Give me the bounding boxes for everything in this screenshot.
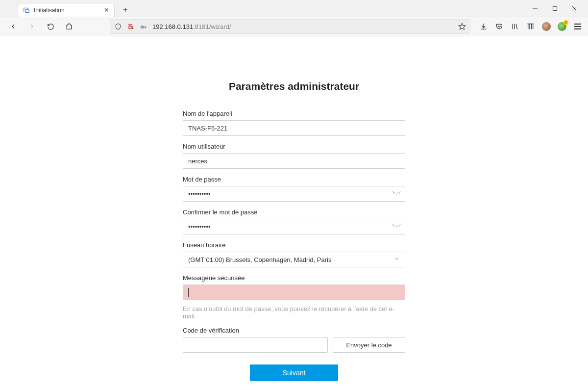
timezone-value: (GMT 01:00) Brussels, Copenhagen, Madrid… — [188, 256, 331, 263]
forward-button[interactable] — [24, 19, 39, 34]
extension-avatar-icon[interactable] — [558, 22, 566, 31]
svg-point-8 — [141, 26, 144, 28]
profile-avatar-icon[interactable] — [542, 22, 551, 31]
key-icon[interactable] — [140, 23, 147, 30]
password-input[interactable] — [183, 186, 405, 202]
device-name-label: Nom de l'appareil — [183, 110, 405, 117]
close-icon[interactable]: ✕ — [104, 6, 109, 14]
verification-code-input[interactable] — [183, 337, 328, 353]
svg-line-18 — [393, 193, 394, 194]
svg-line-21 — [393, 226, 394, 227]
maximize-button[interactable] — [545, 0, 564, 16]
page-content: Paramètres administrateur Nom de l'appar… — [0, 36, 588, 390]
verification-code-label: Code de vérification — [183, 327, 405, 334]
send-code-button[interactable]: Envoyer le code — [333, 337, 405, 353]
chevron-down-icon — [394, 256, 400, 263]
verification-code-field: Code de vérification Envoyer le code — [183, 327, 405, 353]
star-icon[interactable] — [458, 23, 466, 30]
device-name-field: Nom de l'appareil — [183, 110, 405, 136]
eye-icon[interactable] — [392, 189, 401, 198]
secure-email-label: Messagerie sécurisée — [183, 274, 405, 282]
text-cursor — [188, 288, 189, 297]
username-label: Nom utilisateur — [183, 143, 405, 150]
grid-icon[interactable] — [526, 22, 535, 31]
admin-settings-form: Nom de l'appareil Nom utilisateur Mot de… — [183, 110, 405, 353]
tab-title: Initialisation — [34, 7, 100, 14]
confirm-password-input[interactable] — [183, 219, 405, 234]
device-name-input[interactable] — [183, 120, 405, 136]
svg-line-12 — [516, 24, 517, 29]
footer: Suivant — [0, 364, 588, 381]
address-bar[interactable]: 192.168.0.131:8181/wizard/ — [110, 19, 470, 34]
menu-icon[interactable] — [573, 22, 582, 31]
tab-favicon-icon — [23, 7, 30, 14]
secure-email-input[interactable] — [183, 285, 405, 300]
new-tab-button[interactable]: + — [119, 3, 132, 17]
secure-email-hint: En cas d'oubli du mot de passe, vous pou… — [183, 305, 405, 320]
minimize-button[interactable] — [525, 0, 545, 16]
username-input[interactable] — [183, 153, 405, 169]
timezone-field: Fuseau horaire (GMT 01:00) Brussels, Cop… — [183, 241, 405, 267]
svg-marker-9 — [459, 23, 465, 29]
lock-slash-icon[interactable] — [127, 23, 135, 30]
download-icon[interactable] — [479, 22, 488, 31]
svg-line-23 — [399, 226, 399, 227]
navigation-toolbar: 192.168.0.131:8181/wizard/ — [0, 17, 588, 36]
eye-icon[interactable] — [392, 222, 401, 231]
toolbar-right-icons — [479, 22, 582, 31]
page-title: Paramètres administrateur — [0, 80, 588, 92]
library-icon[interactable] — [511, 22, 519, 31]
url-text: 192.168.0.131:8181/wizard/ — [152, 23, 453, 30]
browser-tab[interactable]: Initialisation ✕ — [18, 3, 115, 17]
confirm-password-label: Confirmer le mot de passe — [183, 208, 405, 216]
confirm-password-field: Confirmer le mot de passe — [183, 208, 405, 234]
svg-line-20 — [399, 193, 399, 194]
close-window-button[interactable] — [564, 0, 584, 16]
home-button[interactable] — [62, 19, 76, 34]
svg-rect-3 — [553, 6, 557, 10]
window-controls — [525, 0, 584, 17]
shield-icon[interactable] — [114, 23, 122, 30]
url-host: 192.168.0.131 — [152, 23, 193, 30]
reload-button[interactable] — [43, 19, 58, 34]
username-field: Nom utilisateur — [183, 143, 405, 169]
svg-rect-1 — [25, 9, 29, 12]
browser-chrome: Initialisation ✕ + — [0, 0, 588, 36]
password-field: Mot de passe — [183, 176, 405, 202]
tab-strip: Initialisation ✕ + — [0, 0, 588, 17]
password-label: Mot de passe — [183, 176, 405, 183]
url-path: :8181/wizard/ — [193, 23, 231, 30]
timezone-select[interactable]: (GMT 01:00) Brussels, Copenhagen, Madrid… — [183, 252, 405, 267]
secure-email-field: Messagerie sécurisée En cas d'oubli du m… — [183, 274, 405, 320]
back-button[interactable] — [6, 19, 21, 34]
next-button[interactable]: Suivant — [250, 364, 338, 381]
pocket-icon[interactable] — [495, 22, 504, 31]
timezone-label: Fuseau horaire — [183, 241, 405, 249]
